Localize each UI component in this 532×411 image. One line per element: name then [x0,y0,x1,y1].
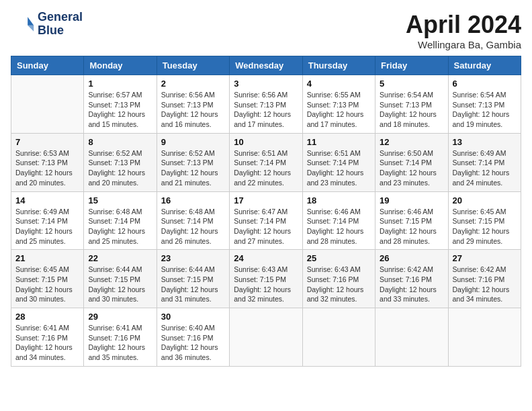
calendar-cell: 26Sunrise: 6:42 AMSunset: 7:16 PMDayligh… [375,250,448,308]
day-number: 20 [453,195,517,205]
day-number: 21 [15,253,79,263]
calendar-cell: 11Sunrise: 6:51 AMSunset: 7:14 PMDayligh… [302,133,375,191]
day-info: Sunrise: 6:52 AMSunset: 7:13 PMDaylight:… [161,148,225,188]
calendar-cell: 19Sunrise: 6:46 AMSunset: 7:15 PMDayligh… [375,191,448,250]
day-number: 2 [161,79,225,89]
svg-marker-1 [28,26,34,32]
day-number: 8 [88,137,152,147]
logo-icon [11,12,35,36]
day-info: Sunrise: 6:43 AMSunset: 7:15 PMDaylight:… [234,265,298,304]
calendar-cell: 20Sunrise: 6:45 AMSunset: 7:15 PMDayligh… [448,191,521,250]
day-info: Sunrise: 6:47 AMSunset: 7:14 PMDaylight:… [234,207,298,246]
calendar-cell: 8Sunrise: 6:52 AMSunset: 7:13 PMDaylight… [84,133,157,191]
calendar-cell: 1Sunrise: 6:57 AMSunset: 7:13 PMDaylight… [84,75,157,134]
day-info: Sunrise: 6:56 AMSunset: 7:13 PMDaylight:… [161,90,225,130]
day-number: 18 [307,195,371,205]
calendar-cell: 15Sunrise: 6:48 AMSunset: 7:14 PMDayligh… [84,191,157,250]
day-info: Sunrise: 6:45 AMSunset: 7:15 PMDaylight:… [453,207,517,246]
day-info: Sunrise: 6:54 AMSunset: 7:13 PMDaylight:… [453,90,517,130]
day-info: Sunrise: 6:54 AMSunset: 7:13 PMDaylight:… [380,90,443,130]
calendar-cell: 7Sunrise: 6:53 AMSunset: 7:13 PMDaylight… [11,133,84,191]
calendar-cell: 27Sunrise: 6:42 AMSunset: 7:16 PMDayligh… [448,250,521,308]
day-number: 22 [88,253,152,263]
logo-text: General Blue [38,11,83,38]
svg-marker-0 [28,17,34,26]
day-number: 6 [453,79,517,89]
day-info: Sunrise: 6:48 AMSunset: 7:14 PMDaylight:… [88,207,152,246]
calendar-cell: 28Sunrise: 6:41 AMSunset: 7:16 PMDayligh… [11,308,84,367]
day-info: Sunrise: 6:51 AMSunset: 7:14 PMDaylight:… [234,148,298,188]
day-number: 16 [161,195,225,205]
day-info: Sunrise: 6:46 AMSunset: 7:14 PMDaylight:… [307,207,371,246]
calendar-week-row: 21Sunrise: 6:45 AMSunset: 7:15 PMDayligh… [11,250,521,308]
calendar-cell: 23Sunrise: 6:44 AMSunset: 7:15 PMDayligh… [157,250,229,308]
day-info: Sunrise: 6:49 AMSunset: 7:14 PMDaylight:… [453,148,517,188]
day-info: Sunrise: 6:40 AMSunset: 7:16 PMDaylight:… [161,323,225,363]
calendar-cell: 22Sunrise: 6:44 AMSunset: 7:15 PMDayligh… [84,250,157,308]
page-header: General Blue April 2024 Wellingara Ba, G… [11,11,521,50]
day-number: 4 [307,79,371,89]
day-number: 15 [88,195,152,205]
day-number: 13 [453,137,517,147]
col-header-friday: Friday [375,56,448,75]
day-info: Sunrise: 6:42 AMSunset: 7:16 PMDaylight:… [380,265,443,304]
day-number: 24 [234,253,298,263]
day-number: 23 [161,253,225,263]
col-header-tuesday: Tuesday [157,56,229,75]
calendar-header-row: SundayMondayTuesdayWednesdayThursdayFrid… [11,56,521,75]
calendar-week-row: 28Sunrise: 6:41 AMSunset: 7:16 PMDayligh… [11,308,521,367]
day-number: 10 [234,137,298,147]
calendar-cell: 2Sunrise: 6:56 AMSunset: 7:13 PMDaylight… [157,75,229,134]
day-number: 26 [380,253,443,263]
day-number: 5 [380,79,443,89]
calendar-cell: 25Sunrise: 6:43 AMSunset: 7:16 PMDayligh… [302,250,375,308]
day-info: Sunrise: 6:49 AMSunset: 7:14 PMDaylight:… [15,207,79,246]
day-info: Sunrise: 6:56 AMSunset: 7:13 PMDaylight:… [234,90,298,130]
day-number: 27 [453,253,517,263]
day-info: Sunrise: 6:44 AMSunset: 7:15 PMDaylight:… [161,265,225,304]
calendar-cell: 10Sunrise: 6:51 AMSunset: 7:14 PMDayligh… [230,133,302,191]
day-info: Sunrise: 6:50 AMSunset: 7:14 PMDaylight:… [380,148,443,188]
day-number: 11 [307,137,371,147]
col-header-thursday: Thursday [302,56,375,75]
day-number: 29 [88,312,152,322]
day-info: Sunrise: 6:53 AMSunset: 7:13 PMDaylight:… [15,148,79,188]
calendar-week-row: 14Sunrise: 6:49 AMSunset: 7:14 PMDayligh… [11,191,521,250]
day-info: Sunrise: 6:43 AMSunset: 7:16 PMDaylight:… [307,265,371,304]
calendar-cell: 4Sunrise: 6:55 AMSunset: 7:13 PMDaylight… [302,75,375,134]
location-title: Wellingara Ba, Gambia [406,39,521,50]
day-info: Sunrise: 6:46 AMSunset: 7:15 PMDaylight:… [380,207,443,246]
col-header-monday: Monday [84,56,157,75]
calendar-week-row: 1Sunrise: 6:57 AMSunset: 7:13 PMDaylight… [11,75,521,134]
day-info: Sunrise: 6:45 AMSunset: 7:15 PMDaylight:… [15,265,79,304]
day-number: 17 [234,195,298,205]
day-number: 28 [15,312,79,322]
day-info: Sunrise: 6:57 AMSunset: 7:13 PMDaylight:… [88,90,152,130]
calendar-cell: 17Sunrise: 6:47 AMSunset: 7:14 PMDayligh… [230,191,302,250]
month-title: April 2024 [406,11,521,39]
day-info: Sunrise: 6:44 AMSunset: 7:15 PMDaylight:… [88,265,152,304]
calendar-cell [448,308,521,367]
calendar-cell: 14Sunrise: 6:49 AMSunset: 7:14 PMDayligh… [11,191,84,250]
calendar-cell: 29Sunrise: 6:41 AMSunset: 7:16 PMDayligh… [84,308,157,367]
calendar-table: SundayMondayTuesdayWednesdayThursdayFrid… [11,56,521,367]
calendar-cell: 21Sunrise: 6:45 AMSunset: 7:15 PMDayligh… [11,250,84,308]
calendar-cell: 16Sunrise: 6:48 AMSunset: 7:14 PMDayligh… [157,191,229,250]
day-info: Sunrise: 6:42 AMSunset: 7:16 PMDaylight:… [453,265,517,304]
day-info: Sunrise: 6:55 AMSunset: 7:13 PMDaylight:… [307,90,371,130]
calendar-cell: 24Sunrise: 6:43 AMSunset: 7:15 PMDayligh… [230,250,302,308]
calendar-cell [375,308,448,367]
col-header-sunday: Sunday [11,56,84,75]
day-number: 25 [307,253,371,263]
calendar-week-row: 7Sunrise: 6:53 AMSunset: 7:13 PMDaylight… [11,133,521,191]
calendar-cell: 13Sunrise: 6:49 AMSunset: 7:14 PMDayligh… [448,133,521,191]
calendar-cell [230,308,302,367]
day-info: Sunrise: 6:51 AMSunset: 7:14 PMDaylight:… [307,148,371,188]
day-number: 14 [15,195,79,205]
calendar-cell [302,308,375,367]
day-number: 12 [380,137,443,147]
day-number: 7 [15,137,79,147]
day-number: 3 [234,79,298,89]
title-block: April 2024 Wellingara Ba, Gambia [406,11,521,50]
calendar-cell: 5Sunrise: 6:54 AMSunset: 7:13 PMDaylight… [375,75,448,134]
